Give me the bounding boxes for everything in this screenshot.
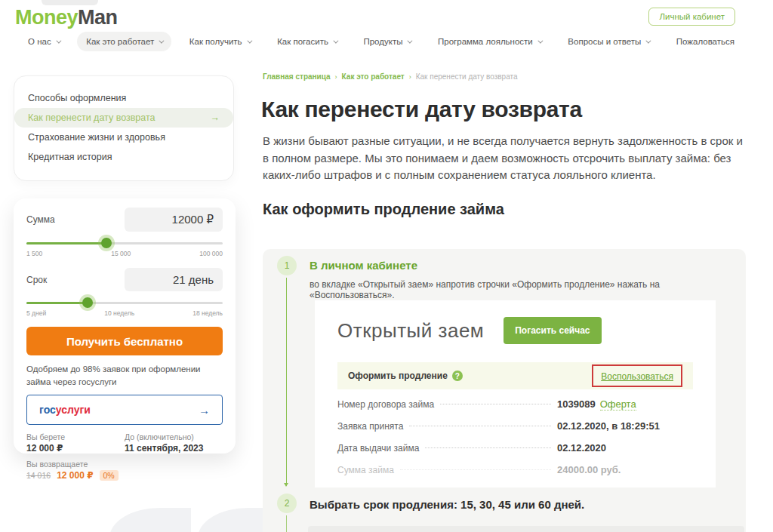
row-value: 1039089Оферта	[557, 398, 693, 410]
amount-scale: 1 500 15 000 100 000	[26, 250, 223, 257]
account-button[interactable]: Личный кабинет	[648, 8, 735, 26]
nav-label: О нас	[28, 37, 51, 46]
row-value: 02.12.2020	[557, 442, 693, 454]
personal-account-card: Открытый заем Погасить сейчас Оформить п…	[315, 300, 716, 487]
until-value: 11 сентября, 2023	[125, 443, 223, 454]
term-slider-handle[interactable]	[79, 294, 96, 311]
old-amount: 14 016	[26, 471, 51, 480]
dotted-leader	[425, 447, 551, 448]
row-label: Заявка принята	[337, 421, 403, 432]
nav-label: Продукты	[363, 37, 402, 46]
slider-fill	[26, 302, 87, 304]
breadcrumb-current: Как перенести дату возврата	[416, 72, 518, 81]
step-1-title: В личном кабинете	[310, 259, 417, 272]
term-slider[interactable]	[26, 297, 223, 308]
help-icon[interactable]: ?	[452, 371, 463, 381]
row-label: Сумма займа	[337, 465, 394, 475]
rate-badge: 0%	[100, 470, 119, 481]
extension-row: Оформить продление ? Воспользоваться	[337, 362, 693, 389]
logo-part-green: Money	[15, 6, 78, 29]
breadcrumb-home[interactable]: Главная страница	[263, 72, 331, 81]
table-row: Сумма займа 24000.00 руб.	[337, 464, 693, 486]
breadcrumb-how-it-works[interactable]: Как это работает	[342, 72, 405, 81]
sidebar-item-insurance[interactable]: Страхование жизни и здоровья	[14, 128, 233, 147]
row-value: 02.12.2020, в 18:29:51	[557, 420, 693, 432]
step-1-number: 1	[277, 256, 297, 275]
dotted-leader	[400, 469, 551, 470]
you-take-value: 12 000 ₽	[26, 443, 125, 454]
chevron-down-icon	[333, 38, 338, 43]
extension-label: Оформить продление	[348, 371, 448, 381]
breadcrumb: Главная страница › Как это работает › Ка…	[263, 72, 518, 81]
nav-label: Как погасить	[277, 37, 328, 46]
section-title: Как оформить продление займа	[263, 201, 504, 218]
decorative-shape	[42, 0, 98, 5]
amount-slider[interactable]	[26, 238, 223, 248]
chevron-down-icon	[247, 38, 252, 43]
main-nav: О нас Как это работает Как получить Как …	[19, 32, 744, 51]
table-row: Номер договора займа 1039089Оферта	[337, 398, 693, 420]
nav-item-how-it-works[interactable]: Как это работает	[77, 32, 171, 51]
nav-item-loyalty-program[interactable]: Программа лояльности	[429, 32, 550, 51]
page-title: Как перенести дату возврата	[261, 97, 582, 122]
chevron-down-icon	[408, 38, 413, 43]
page: MoneyMan Личный кабинет О нас Как это ра…	[0, 0, 773, 532]
slider-fill	[26, 242, 106, 244]
you-return-label: Вы возвращаете	[26, 460, 223, 469]
scale-mid: 15 000	[111, 250, 131, 257]
nav-label: Как получить	[189, 37, 242, 46]
breadcrumb-separator: ›	[409, 73, 411, 81]
logo-part-dark: Man	[78, 6, 118, 29]
next-card-edge	[308, 526, 744, 532]
until-label: До (включительно)	[125, 432, 223, 441]
intro-paragraph: В жизни бывают разные ситуации, и не все…	[263, 133, 743, 184]
term-value[interactable]: 21 день	[125, 268, 223, 291]
table-row: Дата выдачи займа 02.12.2020	[337, 442, 693, 464]
open-loan-title: Открытый заем	[337, 319, 484, 343]
dotted-leader	[440, 404, 551, 404]
approval-note: Одобряем до 98% заявок при оформлении за…	[26, 363, 223, 388]
sidebar-item-label: Страхование жизни и здоровья	[28, 132, 165, 143]
arrow-right-icon: →	[211, 112, 220, 123]
sidebar-item-label: Кредитная история	[28, 152, 112, 162]
nav-label: Как это работает	[86, 37, 154, 46]
step-1-description: во вкладке «Открытый заем» напротив стро…	[310, 279, 746, 300]
nav-item-complain[interactable]: Пожаловаться	[667, 32, 744, 51]
get-loan-button[interactable]: Получить бесплатно	[26, 327, 223, 355]
sidebar-item-postpone-date[interactable]: Как перенести дату возврата →	[14, 108, 233, 128]
chevron-down-icon	[56, 38, 61, 43]
sidebar-item-label: Способы оформления	[28, 93, 126, 103]
amount-slider-handle[interactable]	[98, 235, 115, 251]
you-return-block: Вы возвращаете 14 016 12 000 ₽ 0%	[26, 460, 223, 481]
arrow-right-icon: →	[199, 404, 210, 417]
nav-item-products[interactable]: Продукты	[354, 32, 420, 51]
red-highlight-box: Воспользоваться	[592, 364, 682, 387]
nav-item-how-to-get[interactable]: Как получить	[180, 32, 260, 51]
row-value: 24000.00 руб.	[557, 464, 693, 475]
pay-now-button[interactable]: Погасить сейчас	[504, 317, 601, 344]
amount-label: Сумма	[26, 214, 55, 225]
amount-value[interactable]: 12000 ₽	[125, 208, 223, 232]
you-take-label: Вы берете	[26, 432, 125, 441]
scale-max: 18 недель	[192, 309, 223, 317]
loan-summary: Вы берете 12 000 ₽ До (включительно) 11 …	[26, 432, 223, 454]
nav-label: Вопросы и ответы	[568, 37, 641, 46]
sidebar-item-ways-to-apply[interactable]: Способы оформления	[14, 88, 233, 108]
offer-link[interactable]: Оферта	[600, 398, 636, 411]
scale-min: 1 500	[26, 250, 42, 257]
nav-item-about[interactable]: О нас	[19, 32, 69, 51]
nav-item-how-to-repay[interactable]: Как погасить	[268, 32, 346, 51]
loan-details: Номер договора займа 1039089Оферта Заявк…	[337, 398, 693, 486]
gosuslugi-button[interactable]: госуслуги →	[26, 395, 223, 425]
nav-label: Программа лояльности	[438, 37, 533, 46]
use-extension-link[interactable]: Воспользоваться	[601, 371, 673, 382]
sidebar-menu: Способы оформления Как перенести дату во…	[14, 75, 234, 181]
brand-logo[interactable]: MoneyMan	[15, 6, 118, 29]
scale-min: 5 дней	[26, 309, 46, 317]
step-2-number: 2	[277, 494, 297, 513]
sidebar-item-credit-history[interactable]: Кредитная история	[14, 147, 233, 167]
sidebar-item-label: Как перенести дату возврата	[28, 112, 156, 123]
decorative-shape	[109, 508, 191, 532]
nav-item-faq[interactable]: Вопросы и ответы	[559, 32, 658, 51]
breadcrumb-separator: ›	[335, 73, 337, 81]
